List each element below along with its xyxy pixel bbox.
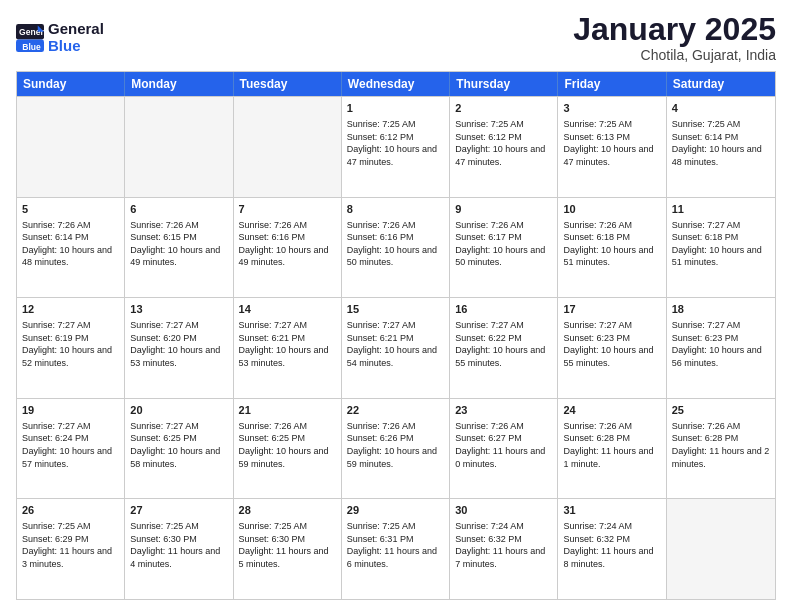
day-cell-10: 10Sunrise: 7:26 AM Sunset: 6:18 PM Dayli… <box>558 198 666 298</box>
day-cell-31: 31Sunrise: 7:24 AM Sunset: 6:32 PM Dayli… <box>558 499 666 599</box>
logo: General Blue General Blue <box>16 21 104 54</box>
day-cell-15: 15Sunrise: 7:27 AM Sunset: 6:21 PM Dayli… <box>342 298 450 398</box>
day-cell-11: 11Sunrise: 7:27 AM Sunset: 6:18 PM Dayli… <box>667 198 775 298</box>
day-cell-30: 30Sunrise: 7:24 AM Sunset: 6:32 PM Dayli… <box>450 499 558 599</box>
day-cell-1: 1Sunrise: 7:25 AM Sunset: 6:12 PM Daylig… <box>342 97 450 197</box>
day-cell-3: 3Sunrise: 7:25 AM Sunset: 6:13 PM Daylig… <box>558 97 666 197</box>
sun-info: Sunrise: 7:27 AM Sunset: 6:18 PM Dayligh… <box>672 219 770 269</box>
page: General Blue General Blue January 2025 C… <box>0 0 792 612</box>
sun-info: Sunrise: 7:27 AM Sunset: 6:24 PM Dayligh… <box>22 420 119 470</box>
logo-text-blue: Blue <box>48 38 104 55</box>
weekday-header-friday: Friday <box>558 72 666 96</box>
day-cell-9: 9Sunrise: 7:26 AM Sunset: 6:17 PM Daylig… <box>450 198 558 298</box>
sun-info: Sunrise: 7:26 AM Sunset: 6:16 PM Dayligh… <box>239 219 336 269</box>
sun-info: Sunrise: 7:25 AM Sunset: 6:30 PM Dayligh… <box>239 520 336 570</box>
day-cell-12: 12Sunrise: 7:27 AM Sunset: 6:19 PM Dayli… <box>17 298 125 398</box>
calendar-row-2: 5Sunrise: 7:26 AM Sunset: 6:14 PM Daylig… <box>17 197 775 298</box>
calendar-row-3: 12Sunrise: 7:27 AM Sunset: 6:19 PM Dayli… <box>17 297 775 398</box>
sun-info: Sunrise: 7:26 AM Sunset: 6:27 PM Dayligh… <box>455 420 552 470</box>
day-number: 21 <box>239 403 336 418</box>
calendar-row-1: 1Sunrise: 7:25 AM Sunset: 6:12 PM Daylig… <box>17 96 775 197</box>
day-number: 18 <box>672 302 770 317</box>
day-number: 23 <box>455 403 552 418</box>
day-number: 10 <box>563 202 660 217</box>
month-title: January 2025 <box>573 12 776 47</box>
sun-info: Sunrise: 7:25 AM Sunset: 6:30 PM Dayligh… <box>130 520 227 570</box>
sun-info: Sunrise: 7:24 AM Sunset: 6:32 PM Dayligh… <box>455 520 552 570</box>
weekday-header-thursday: Thursday <box>450 72 558 96</box>
day-number: 20 <box>130 403 227 418</box>
day-number: 27 <box>130 503 227 518</box>
day-cell-26: 26Sunrise: 7:25 AM Sunset: 6:29 PM Dayli… <box>17 499 125 599</box>
sun-info: Sunrise: 7:27 AM Sunset: 6:21 PM Dayligh… <box>239 319 336 369</box>
weekday-header-saturday: Saturday <box>667 72 775 96</box>
day-number: 8 <box>347 202 444 217</box>
sun-info: Sunrise: 7:27 AM Sunset: 6:19 PM Dayligh… <box>22 319 119 369</box>
day-number: 9 <box>455 202 552 217</box>
sun-info: Sunrise: 7:26 AM Sunset: 6:18 PM Dayligh… <box>563 219 660 269</box>
day-cell-20: 20Sunrise: 7:27 AM Sunset: 6:25 PM Dayli… <box>125 399 233 499</box>
sun-info: Sunrise: 7:27 AM Sunset: 6:22 PM Dayligh… <box>455 319 552 369</box>
day-number: 3 <box>563 101 660 116</box>
sun-info: Sunrise: 7:26 AM Sunset: 6:28 PM Dayligh… <box>672 420 770 470</box>
day-number: 24 <box>563 403 660 418</box>
sun-info: Sunrise: 7:25 AM Sunset: 6:12 PM Dayligh… <box>455 118 552 168</box>
day-cell-2: 2Sunrise: 7:25 AM Sunset: 6:12 PM Daylig… <box>450 97 558 197</box>
sun-info: Sunrise: 7:27 AM Sunset: 6:25 PM Dayligh… <box>130 420 227 470</box>
day-number: 28 <box>239 503 336 518</box>
day-cell-4: 4Sunrise: 7:25 AM Sunset: 6:14 PM Daylig… <box>667 97 775 197</box>
day-cell-25: 25Sunrise: 7:26 AM Sunset: 6:28 PM Dayli… <box>667 399 775 499</box>
day-cell-27: 27Sunrise: 7:25 AM Sunset: 6:30 PM Dayli… <box>125 499 233 599</box>
empty-cell <box>125 97 233 197</box>
day-number: 12 <box>22 302 119 317</box>
empty-cell <box>667 499 775 599</box>
day-number: 11 <box>672 202 770 217</box>
day-cell-18: 18Sunrise: 7:27 AM Sunset: 6:23 PM Dayli… <box>667 298 775 398</box>
weekday-header-wednesday: Wednesday <box>342 72 450 96</box>
day-cell-19: 19Sunrise: 7:27 AM Sunset: 6:24 PM Dayli… <box>17 399 125 499</box>
day-number: 6 <box>130 202 227 217</box>
day-cell-24: 24Sunrise: 7:26 AM Sunset: 6:28 PM Dayli… <box>558 399 666 499</box>
day-number: 29 <box>347 503 444 518</box>
day-cell-29: 29Sunrise: 7:25 AM Sunset: 6:31 PM Dayli… <box>342 499 450 599</box>
day-number: 7 <box>239 202 336 217</box>
empty-cell <box>234 97 342 197</box>
weekday-header-monday: Monday <box>125 72 233 96</box>
day-number: 31 <box>563 503 660 518</box>
sun-info: Sunrise: 7:26 AM Sunset: 6:17 PM Dayligh… <box>455 219 552 269</box>
location: Chotila, Gujarat, India <box>573 47 776 63</box>
day-number: 22 <box>347 403 444 418</box>
header: General Blue General Blue January 2025 C… <box>16 12 776 63</box>
day-cell-16: 16Sunrise: 7:27 AM Sunset: 6:22 PM Dayli… <box>450 298 558 398</box>
day-cell-22: 22Sunrise: 7:26 AM Sunset: 6:26 PM Dayli… <box>342 399 450 499</box>
day-cell-17: 17Sunrise: 7:27 AM Sunset: 6:23 PM Dayli… <box>558 298 666 398</box>
sun-info: Sunrise: 7:25 AM Sunset: 6:12 PM Dayligh… <box>347 118 444 168</box>
sun-info: Sunrise: 7:26 AM Sunset: 6:15 PM Dayligh… <box>130 219 227 269</box>
sun-info: Sunrise: 7:27 AM Sunset: 6:23 PM Dayligh… <box>672 319 770 369</box>
sun-info: Sunrise: 7:25 AM Sunset: 6:14 PM Dayligh… <box>672 118 770 168</box>
sun-info: Sunrise: 7:25 AM Sunset: 6:13 PM Dayligh… <box>563 118 660 168</box>
sun-info: Sunrise: 7:26 AM Sunset: 6:26 PM Dayligh… <box>347 420 444 470</box>
day-number: 4 <box>672 101 770 116</box>
day-number: 13 <box>130 302 227 317</box>
weekday-header-tuesday: Tuesday <box>234 72 342 96</box>
day-cell-6: 6Sunrise: 7:26 AM Sunset: 6:15 PM Daylig… <box>125 198 233 298</box>
calendar-header: SundayMondayTuesdayWednesdayThursdayFrid… <box>17 72 775 96</box>
sun-info: Sunrise: 7:24 AM Sunset: 6:32 PM Dayligh… <box>563 520 660 570</box>
day-number: 16 <box>455 302 552 317</box>
day-number: 5 <box>22 202 119 217</box>
day-number: 1 <box>347 101 444 116</box>
weekday-header-sunday: Sunday <box>17 72 125 96</box>
day-cell-13: 13Sunrise: 7:27 AM Sunset: 6:20 PM Dayli… <box>125 298 233 398</box>
sun-info: Sunrise: 7:25 AM Sunset: 6:31 PM Dayligh… <box>347 520 444 570</box>
svg-text:Blue: Blue <box>22 41 41 51</box>
sun-info: Sunrise: 7:25 AM Sunset: 6:29 PM Dayligh… <box>22 520 119 570</box>
day-number: 26 <box>22 503 119 518</box>
day-number: 14 <box>239 302 336 317</box>
sun-info: Sunrise: 7:27 AM Sunset: 6:23 PM Dayligh… <box>563 319 660 369</box>
day-number: 17 <box>563 302 660 317</box>
day-number: 15 <box>347 302 444 317</box>
sun-info: Sunrise: 7:26 AM Sunset: 6:25 PM Dayligh… <box>239 420 336 470</box>
calendar-row-5: 26Sunrise: 7:25 AM Sunset: 6:29 PM Dayli… <box>17 498 775 599</box>
calendar: SundayMondayTuesdayWednesdayThursdayFrid… <box>16 71 776 600</box>
